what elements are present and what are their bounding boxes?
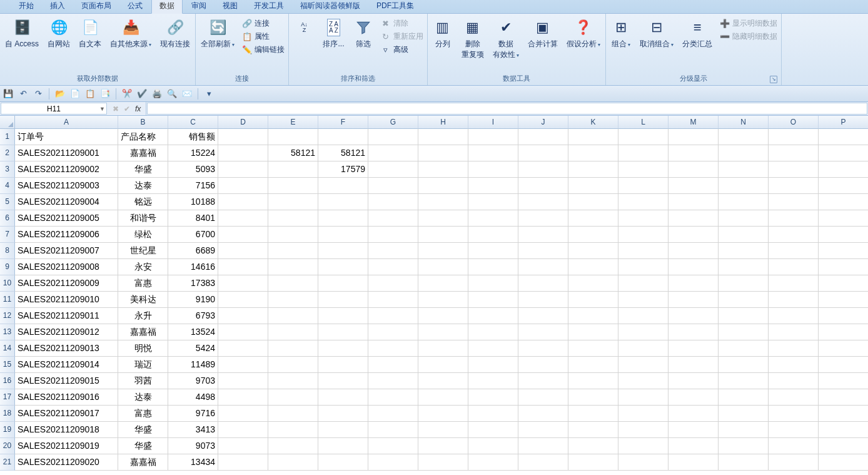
cell-G5[interactable] xyxy=(368,194,418,210)
cell-M15[interactable] xyxy=(669,357,719,373)
cell-O19[interactable] xyxy=(769,422,819,438)
cell-J20[interactable] xyxy=(518,438,568,454)
row-header-1[interactable]: 1 xyxy=(0,129,15,145)
cell-I3[interactable] xyxy=(468,161,518,178)
row-header-5[interactable]: 5 xyxy=(0,194,15,210)
cell-F13[interactable] xyxy=(318,324,368,340)
cell-C21[interactable]: 13434 xyxy=(168,454,218,471)
cell-P8[interactable] xyxy=(819,243,868,259)
name-box[interactable]: H11 ▼ xyxy=(1,103,107,115)
print-icon[interactable]: 🖨️ xyxy=(151,88,163,100)
cell-F16[interactable] xyxy=(318,373,368,389)
cell-D12[interactable] xyxy=(218,308,268,324)
cell-F11[interactable] xyxy=(318,292,368,308)
cell-P5[interactable] xyxy=(819,194,868,210)
cell-F19[interactable] xyxy=(318,422,368,438)
cell-O15[interactable] xyxy=(769,357,819,373)
cell-J1[interactable] xyxy=(518,129,568,145)
cell-N11[interactable] xyxy=(719,292,769,308)
col-header-L[interactable]: L xyxy=(618,116,669,129)
cell-B10[interactable]: 富惠 xyxy=(118,275,168,292)
cell-L17[interactable] xyxy=(618,389,669,406)
cell-C4[interactable]: 7156 xyxy=(168,178,218,194)
cell-C14[interactable]: 5424 xyxy=(168,340,218,357)
cell-L19[interactable] xyxy=(618,422,669,438)
cell-P12[interactable] xyxy=(819,308,868,324)
row-header-18[interactable]: 18 xyxy=(0,406,15,422)
cell-A2[interactable]: SALES20211209001 xyxy=(15,145,118,161)
cell-B19[interactable]: 华盛 xyxy=(118,422,168,438)
tab-福昕阅读器领鲜版[interactable]: 福昕阅读器领鲜版 xyxy=(293,0,368,13)
cell-A10[interactable]: SALES20211209009 xyxy=(15,275,118,292)
cell-L15[interactable] xyxy=(618,357,669,373)
cell-D18[interactable] xyxy=(218,406,268,422)
cell-O6[interactable] xyxy=(769,210,819,227)
cell-N3[interactable] xyxy=(719,161,769,178)
cell-G12[interactable] xyxy=(368,308,418,324)
cell-P4[interactable] xyxy=(819,178,868,194)
cell-O2[interactable] xyxy=(769,145,819,161)
cell-D10[interactable] xyxy=(218,275,268,292)
cell-P14[interactable] xyxy=(819,340,868,357)
cell-C8[interactable]: 6689 xyxy=(168,243,218,259)
cell-C9[interactable]: 14616 xyxy=(168,259,218,275)
cell-N14[interactable] xyxy=(719,340,769,357)
row-header-21[interactable]: 21 xyxy=(0,454,15,471)
cell-M12[interactable] xyxy=(669,308,719,324)
cell-O4[interactable] xyxy=(769,178,819,194)
cell-J12[interactable] xyxy=(518,308,568,324)
cell-L13[interactable] xyxy=(618,324,669,340)
cell-A9[interactable]: SALES20211209008 xyxy=(15,259,118,275)
cell-H17[interactable] xyxy=(418,389,468,406)
cell-O5[interactable] xyxy=(769,194,819,210)
cell-N4[interactable] xyxy=(719,178,769,194)
cell-G1[interactable] xyxy=(368,129,418,145)
cell-H7[interactable] xyxy=(418,227,468,243)
cell-I12[interactable] xyxy=(468,308,518,324)
cell-C12[interactable]: 6793 xyxy=(168,308,218,324)
cell-J3[interactable] xyxy=(518,161,568,178)
mail-icon[interactable]: ✉️ xyxy=(181,88,193,100)
cell-F14[interactable] xyxy=(318,340,368,357)
cell-A18[interactable]: SALES20211209017 xyxy=(15,406,118,422)
undo-icon[interactable]: ↶ xyxy=(18,88,29,100)
cell-B15[interactable]: 瑞迈 xyxy=(118,357,168,373)
cell-P10[interactable] xyxy=(819,275,868,292)
cell-H12[interactable] xyxy=(418,308,468,324)
cell-E4[interactable] xyxy=(268,178,318,194)
save-icon[interactable]: 💾 xyxy=(3,88,14,100)
cell-M2[interactable] xyxy=(669,145,719,161)
cell-B20[interactable]: 华盛 xyxy=(118,438,168,454)
cell-C18[interactable]: 9716 xyxy=(168,406,218,422)
cell-J2[interactable] xyxy=(518,145,568,161)
row-header-11[interactable]: 11 xyxy=(0,292,15,308)
col-header-C[interactable]: C xyxy=(168,116,218,129)
cell-D9[interactable] xyxy=(218,259,268,275)
row-header-10[interactable]: 10 xyxy=(0,275,15,292)
cell-H18[interactable] xyxy=(418,406,468,422)
cell-F9[interactable] xyxy=(318,259,368,275)
cell-F6[interactable] xyxy=(318,210,368,227)
cell-O10[interactable] xyxy=(769,275,819,292)
cell-M10[interactable] xyxy=(669,275,719,292)
cell-K13[interactable] xyxy=(568,324,618,340)
new-icon[interactable]: 📄 xyxy=(69,88,81,100)
tab-页面布局[interactable]: 页面布局 xyxy=(74,0,119,13)
cell-A8[interactable]: SALES20211209007 xyxy=(15,243,118,259)
cell-A21[interactable]: SALES20211209020 xyxy=(15,454,118,471)
cell-K3[interactable] xyxy=(568,161,618,178)
cell-I19[interactable] xyxy=(468,422,518,438)
cell-F2[interactable]: 58121 xyxy=(318,145,368,161)
cell-E3[interactable] xyxy=(268,161,318,178)
cell-A11[interactable]: SALES20211209010 xyxy=(15,292,118,308)
cell-N15[interactable] xyxy=(719,357,769,373)
cell-L6[interactable] xyxy=(618,210,669,227)
cell-H8[interactable] xyxy=(418,243,468,259)
copy-icon[interactable]: 📑 xyxy=(99,88,111,100)
cell-I14[interactable] xyxy=(468,340,518,357)
cell-A19[interactable]: SALES20211209018 xyxy=(15,422,118,438)
cell-P6[interactable] xyxy=(819,210,868,227)
cell-M16[interactable] xyxy=(669,373,719,389)
cell-G11[interactable] xyxy=(368,292,418,308)
cell-M11[interactable] xyxy=(669,292,719,308)
